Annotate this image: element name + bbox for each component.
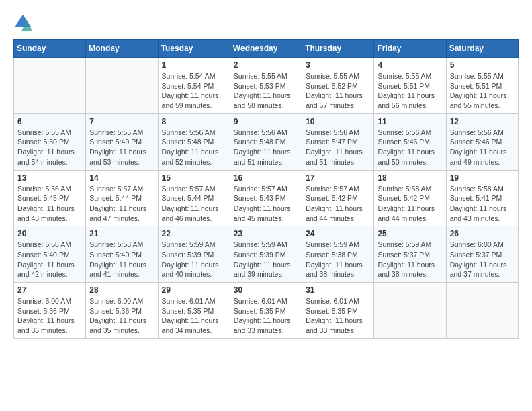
- calendar-cell: 4Sunrise: 5:55 AMSunset: 5:51 PMDaylight…: [374, 58, 446, 114]
- calendar-cell: 6Sunrise: 5:55 AMSunset: 5:50 PMDaylight…: [14, 113, 86, 170]
- week-row-2: 6Sunrise: 5:55 AMSunset: 5:50 PMDaylight…: [14, 113, 519, 170]
- calendar-cell: 3Sunrise: 5:55 AMSunset: 5:52 PMDaylight…: [302, 58, 374, 114]
- day-info: Sunrise: 5:57 AMSunset: 5:44 PMDaylight:…: [89, 184, 154, 224]
- day-number: 16: [234, 173, 298, 183]
- day-info: Sunrise: 5:56 AMSunset: 5:48 PMDaylight:…: [234, 128, 298, 167]
- calendar-cell: 26Sunrise: 6:00 AMSunset: 5:37 PMDayligh…: [446, 226, 518, 283]
- calendar-cell: [446, 283, 518, 339]
- day-info: Sunrise: 5:55 AMSunset: 5:49 PMDaylight:…: [89, 128, 154, 167]
- day-number: 19: [450, 173, 515, 183]
- day-info: Sunrise: 6:01 AMSunset: 5:35 PMDaylight:…: [306, 296, 370, 336]
- calendar-cell: 25Sunrise: 5:59 AMSunset: 5:37 PMDayligh…: [374, 226, 446, 283]
- calendar-cell: 30Sunrise: 6:01 AMSunset: 5:35 PMDayligh…: [230, 283, 302, 339]
- day-number: 17: [306, 173, 370, 183]
- day-number: 2: [234, 60, 298, 70]
- calendar-cell: 22Sunrise: 5:59 AMSunset: 5:39 PMDayligh…: [158, 226, 230, 283]
- col-header-monday: Monday: [86, 40, 158, 58]
- day-info: Sunrise: 6:00 AMSunset: 5:36 PMDaylight:…: [89, 296, 154, 336]
- calendar-cell: 5Sunrise: 5:55 AMSunset: 5:51 PMDaylight…: [446, 58, 518, 114]
- calendar-cell: 11Sunrise: 5:56 AMSunset: 5:46 PMDayligh…: [374, 113, 446, 170]
- day-number: 28: [89, 285, 154, 295]
- calendar-cell: 18Sunrise: 5:58 AMSunset: 5:42 PMDayligh…: [374, 170, 446, 226]
- calendar-cell: 27Sunrise: 6:00 AMSunset: 5:36 PMDayligh…: [14, 283, 86, 339]
- day-info: Sunrise: 5:55 AMSunset: 5:51 PMDaylight:…: [450, 71, 515, 111]
- day-number: 9: [234, 117, 298, 126]
- day-info: Sunrise: 5:57 AMSunset: 5:44 PMDaylight:…: [162, 184, 226, 224]
- week-row-4: 20Sunrise: 5:58 AMSunset: 5:40 PMDayligh…: [14, 226, 519, 283]
- calendar-cell: 29Sunrise: 6:01 AMSunset: 5:35 PMDayligh…: [158, 283, 230, 339]
- calendar-cell: [86, 58, 158, 114]
- calendar-cell: 17Sunrise: 5:57 AMSunset: 5:42 PMDayligh…: [302, 170, 374, 226]
- day-number: 21: [89, 229, 154, 238]
- logo: [13, 13, 35, 32]
- calendar-cell: 20Sunrise: 5:58 AMSunset: 5:40 PMDayligh…: [14, 226, 86, 283]
- col-header-wednesday: Wednesday: [230, 40, 302, 58]
- day-info: Sunrise: 5:57 AMSunset: 5:43 PMDaylight:…: [234, 184, 298, 224]
- day-info: Sunrise: 5:55 AMSunset: 5:53 PMDaylight:…: [234, 71, 298, 111]
- day-number: 6: [17, 117, 82, 126]
- day-number: 14: [89, 173, 154, 183]
- day-info: Sunrise: 5:55 AMSunset: 5:52 PMDaylight:…: [306, 71, 370, 111]
- day-info: Sunrise: 5:54 AMSunset: 5:54 PMDaylight:…: [162, 71, 226, 111]
- day-info: Sunrise: 6:00 AMSunset: 5:36 PMDaylight:…: [17, 296, 82, 336]
- day-info: Sunrise: 5:58 AMSunset: 5:40 PMDaylight:…: [17, 240, 82, 279]
- day-number: 4: [378, 60, 442, 70]
- calendar-cell: 9Sunrise: 5:56 AMSunset: 5:48 PMDaylight…: [230, 113, 302, 170]
- day-info: Sunrise: 6:00 AMSunset: 5:37 PMDaylight:…: [450, 240, 515, 279]
- day-info: Sunrise: 5:59 AMSunset: 5:37 PMDaylight:…: [378, 240, 442, 279]
- day-info: Sunrise: 6:01 AMSunset: 5:35 PMDaylight:…: [162, 296, 226, 336]
- calendar-cell: 28Sunrise: 6:00 AMSunset: 5:36 PMDayligh…: [86, 283, 158, 339]
- day-number: 29: [162, 285, 226, 295]
- day-info: Sunrise: 5:59 AMSunset: 5:38 PMDaylight:…: [306, 240, 370, 279]
- calendar-cell: 16Sunrise: 5:57 AMSunset: 5:43 PMDayligh…: [230, 170, 302, 226]
- day-number: 26: [450, 229, 515, 238]
- week-row-3: 13Sunrise: 5:56 AMSunset: 5:45 PMDayligh…: [14, 170, 519, 226]
- week-row-5: 27Sunrise: 6:00 AMSunset: 5:36 PMDayligh…: [14, 283, 519, 339]
- day-info: Sunrise: 5:58 AMSunset: 5:40 PMDaylight:…: [89, 240, 154, 279]
- day-number: 31: [306, 285, 370, 295]
- calendar-cell: 21Sunrise: 5:58 AMSunset: 5:40 PMDayligh…: [86, 226, 158, 283]
- day-number: 7: [89, 117, 154, 126]
- col-header-sunday: Sunday: [14, 40, 86, 58]
- day-number: 11: [378, 117, 442, 126]
- day-number: 1: [162, 60, 226, 70]
- page-header: [13, 13, 519, 32]
- calendar-cell: 24Sunrise: 5:59 AMSunset: 5:38 PMDayligh…: [302, 226, 374, 283]
- calendar-cell: 2Sunrise: 5:55 AMSunset: 5:53 PMDaylight…: [230, 58, 302, 114]
- calendar-cell: 8Sunrise: 5:56 AMSunset: 5:48 PMDaylight…: [158, 113, 230, 170]
- day-info: Sunrise: 5:58 AMSunset: 5:41 PMDaylight:…: [450, 184, 515, 224]
- calendar-cell: 1Sunrise: 5:54 AMSunset: 5:54 PMDaylight…: [158, 58, 230, 114]
- day-number: 23: [234, 229, 298, 238]
- day-info: Sunrise: 5:56 AMSunset: 5:45 PMDaylight:…: [17, 184, 82, 224]
- day-number: 27: [17, 285, 82, 295]
- col-header-tuesday: Tuesday: [158, 40, 230, 58]
- day-info: Sunrise: 6:01 AMSunset: 5:35 PMDaylight:…: [234, 296, 298, 336]
- day-number: 5: [450, 60, 515, 70]
- calendar-cell: 10Sunrise: 5:56 AMSunset: 5:47 PMDayligh…: [302, 113, 374, 170]
- col-header-friday: Friday: [374, 40, 446, 58]
- day-number: 10: [306, 117, 370, 126]
- day-info: Sunrise: 5:56 AMSunset: 5:46 PMDaylight:…: [450, 128, 515, 167]
- col-header-thursday: Thursday: [302, 40, 374, 58]
- day-info: Sunrise: 5:55 AMSunset: 5:50 PMDaylight:…: [17, 128, 82, 167]
- calendar-cell: [14, 58, 86, 114]
- day-number: 15: [162, 173, 226, 183]
- calendar-cell: 23Sunrise: 5:59 AMSunset: 5:39 PMDayligh…: [230, 226, 302, 283]
- calendar-cell: 19Sunrise: 5:58 AMSunset: 5:41 PMDayligh…: [446, 170, 518, 226]
- day-number: 12: [450, 117, 515, 126]
- day-number: 20: [17, 229, 82, 238]
- day-number: 22: [162, 229, 226, 238]
- day-info: Sunrise: 5:59 AMSunset: 5:39 PMDaylight:…: [234, 240, 298, 279]
- calendar-cell: 12Sunrise: 5:56 AMSunset: 5:46 PMDayligh…: [446, 113, 518, 170]
- day-info: Sunrise: 5:57 AMSunset: 5:42 PMDaylight:…: [306, 184, 370, 224]
- day-number: 24: [306, 229, 370, 238]
- calendar-cell: 31Sunrise: 6:01 AMSunset: 5:35 PMDayligh…: [302, 283, 374, 339]
- day-info: Sunrise: 5:55 AMSunset: 5:51 PMDaylight:…: [378, 71, 442, 111]
- day-info: Sunrise: 5:56 AMSunset: 5:48 PMDaylight:…: [162, 128, 226, 167]
- day-number: 18: [378, 173, 442, 183]
- calendar-table: SundayMondayTuesdayWednesdayThursdayFrid…: [13, 39, 519, 339]
- day-info: Sunrise: 5:56 AMSunset: 5:46 PMDaylight:…: [378, 128, 442, 167]
- calendar-cell: 15Sunrise: 5:57 AMSunset: 5:44 PMDayligh…: [158, 170, 230, 226]
- day-number: 30: [234, 285, 298, 295]
- calendar-cell: 7Sunrise: 5:55 AMSunset: 5:49 PMDaylight…: [86, 113, 158, 170]
